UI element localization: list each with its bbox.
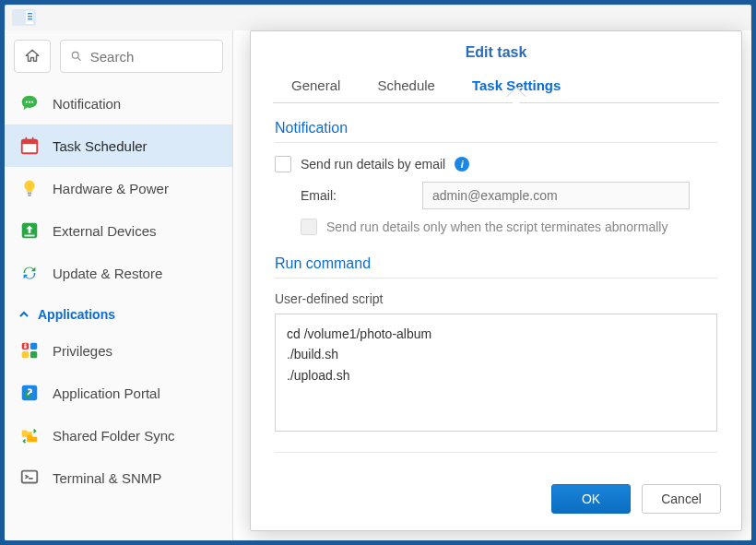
ok-button[interactable]: OK: [551, 484, 631, 514]
svg-rect-2: [28, 13, 32, 15]
svg-rect-17: [25, 235, 35, 237]
terminal-icon: [19, 468, 40, 488]
modal-tabs: General Schedule Task Settings: [273, 70, 719, 103]
search-icon: [70, 49, 83, 64]
sidebar-item-notification[interactable]: Notification: [5, 82, 232, 124]
upload-device-icon: [19, 220, 40, 241]
svg-rect-19: [30, 343, 37, 350]
sidebar-item-label: Privileges: [53, 343, 112, 359]
user-script-label: User-defined script: [275, 291, 717, 306]
edit-task-modal: Edit task General Schedule Task Settings…: [250, 30, 742, 531]
sidebar-item-terminal-snmp[interactable]: Terminal & SNMP: [5, 456, 232, 499]
svg-point-7: [26, 101, 28, 103]
sidebar-item-label: External Devices: [53, 223, 157, 239]
checkbox-label: Send run details by email: [301, 157, 445, 172]
tab-schedule[interactable]: Schedule: [359, 70, 454, 102]
sidebar-item-shared-folder-sync[interactable]: Shared Folder Sync: [5, 414, 232, 456]
sidebar-item-privileges[interactable]: Privileges: [5, 329, 232, 372]
home-button[interactable]: [14, 40, 51, 73]
svg-rect-13: [32, 137, 34, 142]
cancel-button[interactable]: Cancel: [642, 484, 721, 514]
sidebar-item-label: Terminal & SNMP: [53, 470, 161, 486]
email-input[interactable]: [422, 182, 690, 209]
svg-rect-3: [28, 16, 32, 18]
sidebar-item-application-portal[interactable]: Application Portal: [5, 372, 232, 414]
calendar-icon: [19, 136, 40, 156]
sidebar-item-external-devices[interactable]: External Devices: [5, 209, 232, 252]
info-icon[interactable]: i: [455, 157, 469, 172]
svg-point-5: [72, 52, 78, 58]
svg-rect-20: [22, 351, 29, 358]
svg-rect-21: [30, 351, 37, 358]
checkbox-send-run-details[interactable]: [275, 156, 291, 172]
chevron-up-icon: [19, 310, 29, 319]
sidebar-item-label: Task Scheduler: [53, 138, 148, 154]
sidebar-item-label: Notification: [53, 96, 121, 112]
bulb-icon: [19, 178, 40, 198]
svg-rect-11: [22, 140, 38, 145]
sidebar-item-label: Application Portal: [53, 385, 160, 401]
svg-point-22: [24, 343, 26, 345]
svg-rect-23: [24, 346, 26, 349]
svg-rect-15: [28, 195, 31, 195]
sidebar-item-label: Update & Restore: [53, 266, 162, 281]
section-label: Applications: [38, 307, 115, 322]
section-notification-title: Notification: [275, 120, 717, 143]
svg-rect-12: [25, 137, 27, 142]
sync-icon: [19, 263, 40, 283]
sidebar-section-applications[interactable]: Applications: [5, 294, 232, 329]
svg-rect-25: [22, 471, 38, 483]
tab-general[interactable]: General: [273, 70, 359, 102]
divider: [275, 452, 717, 453]
sidebar-item-update-restore[interactable]: Update & Restore: [5, 252, 232, 294]
tab-task-settings[interactable]: Task Settings: [454, 70, 579, 102]
checkbox-abnormal-only: [301, 219, 317, 235]
email-label: Email:: [301, 188, 411, 203]
portal-icon: [19, 383, 40, 403]
search-field[interactable]: [60, 40, 223, 73]
sidebar-item-label: Shared Folder Sync: [53, 428, 175, 444]
svg-point-8: [29, 101, 30, 103]
svg-line-6: [78, 58, 81, 61]
sidebar-item-label: Hardware & Power: [53, 181, 169, 196]
sidebar: Notification Task Scheduler Hardware & P…: [5, 30, 233, 540]
folder-sync-icon: [19, 425, 40, 445]
sidebar-item-hardware-power[interactable]: Hardware & Power: [5, 167, 232, 209]
svg-rect-14: [28, 193, 32, 195]
search-input[interactable]: [90, 49, 213, 65]
app-logo-icon: [12, 9, 36, 26]
chat-icon: [19, 93, 40, 113]
svg-point-9: [31, 101, 33, 103]
modal-title: Edit task: [251, 31, 741, 70]
sidebar-item-task-scheduler[interactable]: Task Scheduler: [5, 124, 232, 167]
checkbox-abnormal-label: Send run details only when the script te…: [326, 219, 667, 234]
privileges-icon: [19, 340, 40, 361]
svg-rect-4: [28, 18, 32, 20]
user-script-textarea[interactable]: [275, 314, 717, 432]
home-icon: [24, 48, 41, 65]
section-run-command-title: Run command: [275, 255, 717, 278]
